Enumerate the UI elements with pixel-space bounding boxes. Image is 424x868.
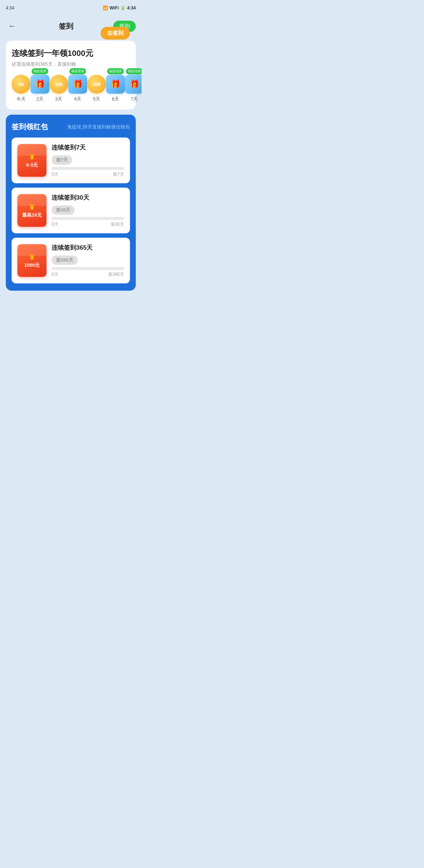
day-label-7: 7天: [131, 96, 138, 102]
rp-progress-wrap-7days: 差7天 0天 第7天: [52, 155, 124, 177]
progress-start-30days: 0天: [52, 221, 58, 228]
day-badge-wrap-3: 188: [49, 75, 68, 94]
rp-envelope-365days: ¥ 1000元: [17, 244, 46, 277]
day-item-4: 领提现券 🎁 4天: [68, 75, 87, 102]
gift-badge-6: 🎁: [106, 75, 125, 94]
day-item-5: 288 5天: [87, 75, 106, 102]
day-label-1: 今天: [16, 96, 26, 102]
status-bar: 4:34 📶 WiFi 🔋 4:34: [0, 0, 142, 16]
day-label-5: 5天: [93, 96, 100, 102]
go-sign-button[interactable]: 去签到: [101, 27, 130, 40]
progress-start-7days: 0天: [52, 171, 58, 177]
banner-card: 去签到 连续签到一年领1000元 还需连续签到365天，直接到账 88 今天 领…: [6, 41, 136, 110]
rp-amount-7days: 0-3元: [26, 162, 38, 168]
rp-name-365days: 连续签到365天: [52, 243, 124, 252]
rp-envelope-7days: ¥ 0-3元: [17, 144, 46, 177]
status-battery: 🔋: [120, 5, 126, 11]
redpack-title: 签到领红包: [12, 122, 48, 132]
coupon-tag-4: 领提现券: [69, 68, 86, 74]
rp-card-30days: ¥ 最高10元 连续签到30天 差30天 0天 第30天: [12, 188, 130, 233]
rp-progress-bar-30days: [52, 217, 124, 220]
redpack-header: 签到领红包 免提现,拆开直接到账微信钱包: [12, 122, 130, 132]
coin-badge-3: 188: [49, 75, 68, 94]
rp-progress-labels-365days: 0天 第365天: [52, 271, 124, 278]
rp-envelope-30days: ¥ 最高10元: [17, 194, 46, 227]
status-time-right: 4:34: [127, 5, 136, 11]
rp-diff-7days: 差7天: [52, 155, 72, 165]
rp-progress-bar-7days: [52, 167, 124, 170]
rp-progress-wrap-30days: 差30天 0天 第30天: [52, 205, 124, 228]
rp-name-30days: 连续签到30天: [52, 193, 124, 202]
coupon-tag-2: 领提现券: [32, 68, 48, 74]
progress-end-30days: 第30天: [111, 221, 124, 228]
page-title: 签到: [59, 21, 73, 31]
rp-amount-365days: 1000元: [24, 262, 40, 269]
rp-card-365days: ¥ 1000元 连续签到365天 差365天 0天 第365天: [12, 238, 130, 283]
day-item-1: 88 今天: [12, 75, 30, 102]
rp-progress-wrap-365days: 差365天 0天 第365天: [52, 255, 124, 278]
rp-progress-labels-30days: 0天 第30天: [52, 221, 124, 228]
coin-badge-1: 88: [12, 75, 30, 94]
rp-diff-30days: 差30天: [52, 205, 75, 215]
redpack-section: 签到领红包 免提现,拆开直接到账微信钱包 ¥ 0-3元 连续签到7天 差7天 0…: [6, 115, 136, 291]
status-left: 4:34: [6, 5, 14, 11]
main-content: 去签到 连续签到一年领1000元 还需连续签到365天，直接到账 88 今天 领…: [0, 36, 142, 295]
progress-end-7days: 第7天: [113, 171, 124, 177]
coin-badge-5: 288: [87, 75, 106, 94]
day-label-6: 6天: [112, 96, 119, 102]
rp-amount-30days: 最高10元: [22, 212, 41, 218]
coupon-tag-7: 领提现券: [126, 68, 142, 74]
progress-start-365days: 0天: [52, 271, 58, 278]
day-item-6: 领提现券 🎁 6天: [106, 75, 125, 102]
status-signal: 📶: [103, 5, 108, 11]
banner-subtitle: 还需连续签到365天，直接到账: [12, 61, 130, 67]
rp-progress-bar-365days: [52, 267, 124, 270]
day-label-4: 4天: [74, 96, 81, 102]
day-label-3: 3天: [55, 96, 62, 102]
gift-badge-4: 🎁: [68, 75, 87, 94]
status-wifi: WiFi: [110, 5, 119, 11]
day-item-3: 188 3天: [49, 75, 68, 102]
gift-badge-2: 🎁: [30, 75, 49, 94]
day-badge-wrap-4: 领提现券 🎁: [68, 75, 87, 94]
days-row: 88 今天 领提现券 🎁 2天 188 3天: [12, 75, 130, 102]
day-label-2: 2天: [36, 96, 44, 102]
rp-info-30days: 连续签到30天 差30天 0天 第30天: [52, 193, 124, 228]
rp-diff-365days: 差365天: [52, 255, 78, 265]
rp-progress-labels-7days: 0天 第7天: [52, 171, 124, 177]
rp-name-7days: 连续签到7天: [52, 143, 124, 152]
yuan-icon-3: ¥: [30, 253, 34, 262]
gift-badge-7: 🎁: [125, 75, 142, 94]
day-item-7: 领提现券 🎁 7天: [125, 75, 142, 102]
rp-info-365days: 连续签到365天 差365天 0天 第365天: [52, 243, 124, 278]
redpack-desc: 免提现,拆开直接到账微信钱包: [67, 124, 130, 130]
day-item-2: 领提现券 🎁 2天: [30, 75, 49, 102]
day-badge-wrap-6: 领提现券 🎁: [106, 75, 125, 94]
rp-card-7days: ¥ 0-3元 连续签到7天 差7天 0天 第7天: [12, 138, 130, 183]
rp-info-7days: 连续签到7天 差7天 0天 第7天: [52, 143, 124, 177]
day-badge-wrap-2: 领提现券 🎁: [30, 75, 49, 94]
status-right: 📶 WiFi 🔋 4:34: [103, 5, 136, 11]
back-button[interactable]: ←: [6, 20, 19, 33]
coupon-tag-6: 领提现券: [107, 68, 124, 74]
day-badge-wrap-1: 88: [12, 75, 30, 94]
yuan-icon-2: ¥: [30, 202, 34, 212]
day-badge-wrap-5: 288: [87, 75, 106, 94]
day-badge-wrap-7: 领提现券 🎁: [125, 75, 142, 94]
banner-title: 连续签到一年领1000元: [12, 48, 130, 59]
status-time: 4:34: [6, 5, 14, 11]
yuan-icon-1: ¥: [30, 152, 34, 162]
progress-end-365days: 第365天: [108, 271, 124, 278]
